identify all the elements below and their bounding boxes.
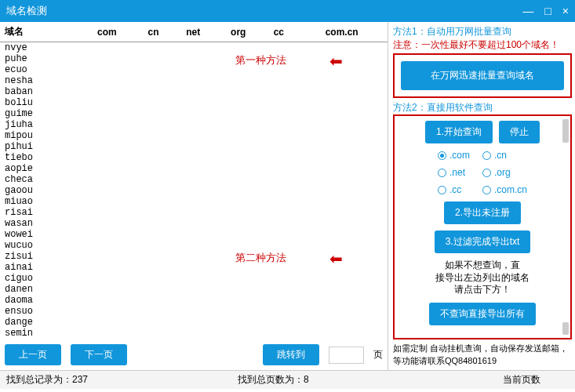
col-header[interactable]: com (78, 22, 136, 42)
radio-icon (438, 169, 446, 177)
tld-label: .cn (494, 150, 507, 161)
close-button[interactable]: × (562, 5, 569, 17)
domain-cell: boliu (0, 97, 78, 108)
domain-cell: wucuo (0, 240, 78, 251)
domain-cell: mipou (0, 130, 78, 141)
tld-label: .org (494, 167, 511, 178)
arrow-icon: ⬅ (329, 251, 343, 267)
tip-text: 如果不想查询，直接导出左边列出的域名请点击下方！ (435, 260, 530, 296)
annotation-method2: 第二种方法 (235, 251, 286, 265)
col-header[interactable]: com.cn (296, 22, 388, 42)
filter-export-txt-button[interactable]: 3.过滤完成导出txt (435, 230, 531, 253)
table-row[interactable]: mipou (0, 130, 388, 141)
tld-option[interactable]: .com (438, 150, 470, 161)
table-row[interactable]: wowei (0, 229, 388, 240)
col-header[interactable]: 域名 (0, 22, 78, 42)
radio-icon (438, 186, 446, 194)
radio-icon (438, 151, 446, 160)
tld-option[interactable]: .org (482, 167, 527, 178)
tld-option[interactable]: .cc (438, 184, 470, 195)
col-header[interactable]: cn (136, 22, 172, 42)
table-row[interactable]: nvye (0, 42, 388, 54)
table-row[interactable]: miuao (0, 196, 388, 207)
table-row[interactable]: boliu (0, 97, 388, 108)
table-row[interactable]: wucuo (0, 240, 388, 251)
table-row[interactable]: ensuo (0, 306, 388, 317)
right-panel: 方法1：自动用万网批量查询 注意：一次性最好不要超过100个域名！ 在万网迅速批… (388, 22, 575, 370)
domain-cell: semin (0, 328, 78, 339)
jump-button[interactable]: 跳转到 (263, 344, 319, 365)
col-header[interactable]: org (215, 22, 261, 42)
domain-cell: checa (0, 174, 78, 185)
titlebar: 域名检测 — □ × (0, 0, 575, 22)
table-row[interactable]: nesha (0, 75, 388, 86)
tld-group: .com.cn.net.org.cc.com.cn (438, 150, 527, 195)
domain-cell: aopie (0, 163, 78, 174)
wanwang-query-button[interactable]: 在万网迅速批量查询域名 (401, 61, 564, 90)
table-row[interactable]: risai (0, 207, 388, 218)
stop-button[interactable]: 停止 (499, 121, 540, 143)
domain-cell: wowei (0, 229, 78, 240)
pager: 上一页 下一页 跳转到 页 (0, 339, 388, 370)
tld-label: .com (449, 150, 470, 161)
start-query-button[interactable]: 1.开始查询 (425, 121, 493, 143)
col-header[interactable]: cc (261, 22, 296, 42)
table-row[interactable]: baban (0, 86, 388, 97)
status-total: 找到总记录为：237 (0, 373, 231, 387)
table-row[interactable]: daoma (0, 295, 388, 306)
domain-cell: nesha (0, 75, 78, 86)
arrow-icon: ⬅ (329, 53, 343, 69)
tld-option[interactable]: .com.cn (482, 184, 527, 195)
table-row[interactable]: semin (0, 328, 388, 339)
table-row[interactable]: guime (0, 108, 388, 119)
method1-box: 在万网迅速批量查询域名 (393, 53, 572, 98)
method2-label: 方法2：直接用软件查询 (393, 101, 572, 114)
domain-cell: ensuo (0, 306, 78, 317)
scrollbar-thumb[interactable] (562, 322, 569, 335)
domain-cell: ainai (0, 262, 78, 273)
table-row[interactable]: danen (0, 284, 388, 295)
tld-option[interactable]: .net (438, 167, 470, 178)
export-unregistered-button[interactable]: 2.导出未注册 (444, 201, 521, 224)
domain-cell: wasan (0, 218, 78, 229)
domain-cell: jiuha (0, 119, 78, 130)
status-current: 当前页数 (497, 373, 575, 387)
minimize-button[interactable]: — (522, 5, 533, 17)
domain-cell: daoma (0, 295, 78, 306)
domain-cell: risai (0, 207, 78, 218)
direct-export-button[interactable]: 不查询直接导出所有 (429, 303, 536, 325)
tld-label: .cc (449, 184, 461, 195)
annotation-method1: 第一种方法 (235, 53, 286, 67)
col-header[interactable]: net (171, 22, 215, 42)
table-row[interactable]: ciguo (0, 273, 388, 284)
domain-cell: miuao (0, 196, 78, 207)
left-panel: 域名comcnnetorgcccom.cn nvyepuheecuoneshab… (0, 22, 388, 370)
table-row[interactable]: gaoou (0, 185, 388, 196)
statusbar: 找到总记录为：237 找到总页数为：8 当前页数 (0, 370, 575, 389)
domain-cell: nvye (0, 42, 78, 54)
table-row[interactable]: tiebo (0, 152, 388, 163)
domain-cell: ecuo (0, 64, 78, 75)
domain-cell: gaoou (0, 185, 78, 196)
page-suffix: 页 (373, 348, 383, 361)
table-row[interactable]: pihui (0, 141, 388, 152)
domain-cell: n—1 (0, 339, 78, 339)
table-row[interactable]: jiuha (0, 119, 388, 130)
radio-icon (482, 186, 491, 194)
radio-icon (482, 169, 491, 177)
table-row[interactable]: dange (0, 317, 388, 328)
page-number-input[interactable] (329, 347, 364, 364)
table-row[interactable]: n—1 (0, 339, 388, 339)
window-title: 域名检测 (6, 4, 522, 18)
table-row[interactable]: checa (0, 174, 388, 185)
scrollbar-thumb[interactable] (562, 119, 569, 143)
method1-label: 方法1：自动用万网批量查询 (393, 25, 572, 38)
tld-label: .net (449, 167, 465, 178)
tld-option[interactable]: .cn (482, 150, 527, 161)
table-row[interactable]: aopie (0, 163, 388, 174)
prev-page-button[interactable]: 上一页 (5, 344, 61, 365)
maximize-button[interactable]: □ (544, 5, 551, 17)
next-page-button[interactable]: 下一页 (71, 344, 127, 365)
status-pages: 找到总页数为：8 (231, 373, 497, 387)
table-row[interactable]: wasan (0, 218, 388, 229)
